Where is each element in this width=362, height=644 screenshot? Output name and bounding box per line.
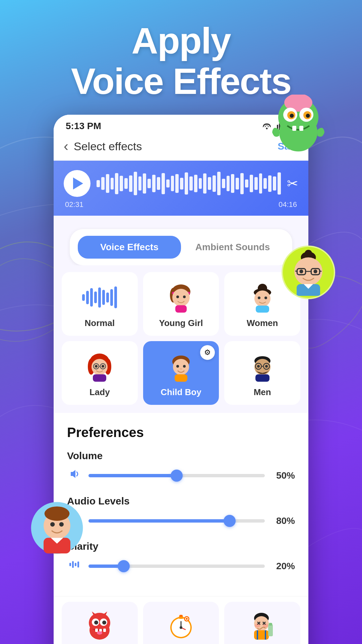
women-icon — [247, 282, 278, 313]
svg-rect-112 — [269, 623, 272, 626]
svg-rect-93 — [179, 615, 183, 617]
effect-young-girl[interactable]: Young Girl — [143, 272, 219, 336]
young-girl-icon — [166, 282, 196, 313]
normal-icon — [84, 282, 115, 313]
svg-point-46 — [254, 290, 270, 307]
svg-point-71 — [257, 365, 260, 368]
play-button[interactable] — [64, 170, 90, 197]
svg-point-30 — [266, 128, 268, 129]
svg-line-19 — [295, 271, 297, 271]
bottom-left-avatar — [30, 501, 84, 555]
audio-levels-slider[interactable] — [88, 519, 265, 523]
effect-child-boy[interactable]: ⚙ — [143, 341, 219, 405]
svg-rect-11 — [292, 126, 296, 131]
svg-point-84 — [94, 621, 98, 625]
current-time: 02:31 — [65, 200, 83, 209]
men-icon — [247, 352, 278, 382]
fast-sound-effect-icon — [166, 610, 196, 640]
volume-slider[interactable] — [88, 474, 265, 477]
svg-point-58 — [102, 365, 104, 368]
svg-point-99 — [186, 618, 188, 620]
audio-levels-control: Audio Levels 80% — [67, 495, 295, 529]
svg-point-42 — [183, 296, 186, 298]
svg-point-22 — [313, 270, 317, 273]
svg-rect-65 — [175, 374, 187, 382]
svg-point-96 — [180, 626, 182, 629]
svg-point-63 — [183, 365, 186, 368]
tab-ambient-sounds[interactable]: Ambient Sounds — [181, 236, 284, 259]
tab-voice-effects[interactable]: Voice Effects — [78, 236, 181, 259]
effect-lady-label: Lady — [89, 387, 110, 397]
audio-levels-value: 80% — [272, 516, 295, 526]
svg-point-10 — [306, 114, 310, 118]
effect-women-label: Women — [247, 318, 278, 328]
svg-point-48 — [264, 297, 267, 299]
lady-icon — [84, 352, 115, 382]
svg-point-62 — [176, 365, 179, 368]
header-title: Apply Voice Effects — [0, 20, 362, 101]
svg-rect-111 — [268, 624, 273, 636]
status-time: 5:13 PM — [66, 121, 101, 131]
volume-label: Volume — [67, 450, 295, 462]
side-avatar — [282, 246, 335, 299]
effects-grid: Normal — [54, 265, 308, 413]
svg-rect-86 — [95, 629, 98, 632]
waveform-display — [97, 172, 281, 195]
svg-point-67 — [254, 359, 270, 375]
effect-lady[interactable]: Lady — [62, 341, 138, 405]
effect-child-boy-label: Child Boy — [161, 387, 201, 397]
preferences-panel: Preferences Volume — [54, 413, 308, 596]
audio-player: ✂ 02:31 04:16 — [54, 161, 308, 216]
effect-young-girl-label: Young Girl — [159, 318, 203, 328]
effect-men[interactable]: Men — [224, 341, 300, 405]
clarity-icon — [67, 558, 82, 574]
svg-point-28 — [59, 522, 64, 527]
volume-control: Volume 50% — [67, 450, 295, 483]
svg-rect-74 — [69, 563, 71, 566]
svg-rect-87 — [99, 629, 102, 632]
svg-rect-76 — [75, 563, 76, 566]
svg-rect-59 — [93, 374, 106, 382]
svg-point-21 — [299, 270, 303, 273]
svg-rect-43 — [175, 305, 187, 313]
audio-levels-label: Audio Levels — [67, 495, 295, 507]
svg-point-85 — [102, 621, 106, 625]
effect-fast-sound[interactable]: Fast Sound — [143, 602, 219, 644]
drunk-effect-icon — [247, 610, 278, 640]
effect-normal-label: Normal — [85, 318, 115, 328]
effect-men-label: Men — [254, 387, 271, 397]
monster-decoration — [268, 95, 328, 155]
svg-rect-73 — [255, 374, 269, 382]
svg-rect-75 — [72, 561, 74, 568]
clarity-label: Clarity — [67, 541, 295, 552]
effect-drunk[interactable]: Drunk — [224, 602, 300, 644]
child-boy-icon — [166, 352, 196, 382]
svg-point-40 — [172, 289, 190, 306]
svg-point-41 — [176, 296, 179, 298]
svg-point-47 — [258, 297, 260, 299]
svg-point-57 — [95, 365, 98, 368]
svg-rect-49 — [256, 306, 269, 313]
clarity-slider[interactable] — [88, 565, 265, 568]
svg-point-27 — [50, 522, 55, 527]
svg-rect-88 — [103, 629, 106, 632]
svg-point-14 — [305, 250, 312, 257]
effect-normal[interactable]: Normal — [62, 272, 138, 336]
svg-point-9 — [290, 114, 294, 118]
monster-effect-icon — [84, 610, 115, 640]
tabs-container: Voice Effects Ambient Sounds — [70, 229, 292, 265]
total-time: 04:16 — [279, 200, 297, 209]
svg-rect-108 — [254, 630, 269, 640]
scissors-button[interactable]: ✂ — [287, 176, 298, 191]
effect-monster[interactable]: Monster — [62, 602, 138, 644]
clarity-control: Clarity — [67, 541, 295, 574]
svg-point-64 — [180, 368, 182, 370]
volume-value: 50% — [272, 470, 295, 481]
back-button[interactable]: ‹ — [64, 138, 68, 154]
nav-title: Select effects — [74, 140, 278, 153]
svg-rect-12 — [299, 126, 303, 131]
svg-point-26 — [45, 506, 70, 521]
phone-mockup: 5:13 PM — [54, 115, 308, 644]
svg-point-72 — [265, 365, 268, 368]
settings-icon[interactable]: ⚙ — [200, 345, 215, 360]
